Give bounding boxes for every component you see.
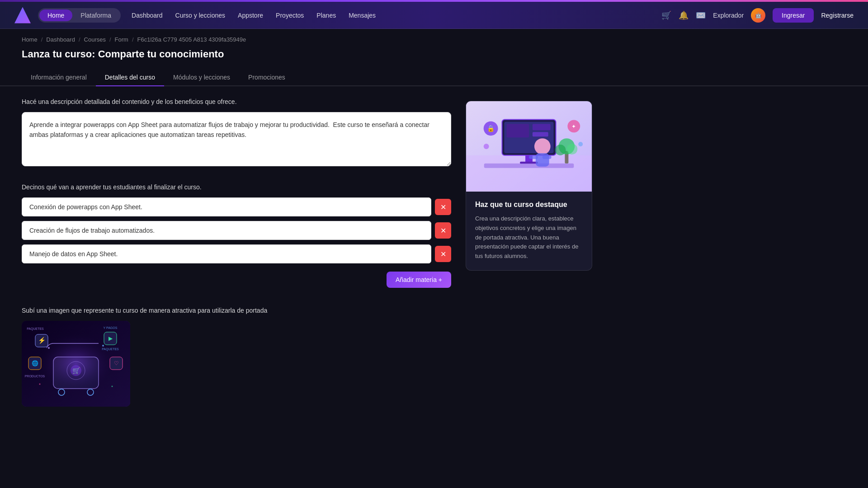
svg-rect-34	[484, 164, 574, 168]
sep2: /	[79, 36, 80, 43]
learning-item-row-1: ✕	[22, 221, 451, 240]
description-label: Hacé una descripción detallada del conte…	[22, 97, 451, 107]
breadcrumb-id: F6c1l26a C779 4505 A813 4309fa35949e	[137, 36, 246, 43]
remove-btn-0[interactable]: ✕	[435, 199, 451, 215]
navbar: Home Plataforma Dashboard Curso y leccio…	[0, 2, 868, 29]
nav-appstore[interactable]: Appstore	[238, 12, 263, 19]
image-label: Subí una imagen que represente tu curso …	[22, 306, 451, 315]
breadcrumb: Home / Dashboard / Courses / Form / F6c1…	[0, 29, 868, 47]
svg-point-48	[578, 142, 583, 146]
remove-btn-1[interactable]: ✕	[435, 222, 451, 239]
svg-text:🔒: 🔒	[487, 125, 495, 132]
breadcrumb-courses[interactable]: Courses	[84, 36, 106, 43]
tabs: Información general Detalles del curso M…	[0, 69, 868, 86]
explorador-link[interactable]: Explorador	[713, 12, 744, 19]
remove-btn-2[interactable]: ✕	[435, 246, 451, 262]
learning-item-row-2: ✕	[22, 244, 451, 263]
breadcrumb-form[interactable]: Form	[115, 36, 128, 43]
learning-input-1[interactable]	[22, 221, 431, 240]
svg-point-22	[102, 345, 104, 347]
ingresar-button[interactable]: Ingresar	[773, 8, 814, 23]
svg-rect-31	[533, 132, 548, 136]
svg-point-23	[39, 384, 41, 385]
svg-rect-37	[529, 155, 538, 159]
user-avatar[interactable]: 🤖	[751, 8, 765, 23]
add-btn-row: Añadir materia +	[22, 268, 451, 288]
svg-point-47	[484, 144, 489, 149]
tab-detalles-curso[interactable]: Detalles del curso	[96, 69, 164, 86]
nav-pills: Home Plataforma	[38, 8, 121, 23]
learning-section: Decinos qué van a aprender tus estudiant…	[22, 183, 451, 288]
svg-text:✦: ✦	[571, 123, 576, 130]
svg-text:PRODUCTOS: PRODUCTOS	[25, 375, 45, 378]
info-card: 🔒 ✦ Haz que tu curso destaque Crea una d…	[466, 101, 592, 271]
info-card-text: Crea una descripción clara, establece ob…	[475, 214, 583, 261]
svg-text:▶: ▶	[108, 335, 113, 342]
learning-input-0[interactable]	[22, 197, 431, 216]
sep4: /	[132, 36, 134, 43]
nav-links: Dashboard Curso y lecciones Appstore Pro…	[132, 12, 661, 19]
main-content: Hacé una descripción detallada del conte…	[0, 97, 868, 407]
nav-curso[interactable]: Curso y lecciones	[175, 12, 226, 19]
svg-text:♡: ♡	[114, 360, 119, 366]
svg-text:🌐: 🌐	[32, 360, 38, 366]
left-panel: Hacé una descripción detallada del conte…	[22, 97, 451, 407]
tab-promociones[interactable]: Promociones	[239, 69, 294, 86]
nav-dashboard[interactable]: Dashboard	[132, 12, 163, 19]
nav-proyectos[interactable]: Proyectos	[276, 12, 304, 19]
registrarse-button[interactable]: Registrarse	[821, 12, 854, 19]
svg-text:Y PAGOS: Y PAGOS	[104, 326, 118, 329]
learning-item-row-0: ✕	[22, 197, 451, 216]
svg-point-24	[112, 386, 113, 387]
breadcrumb-dashboard[interactable]: Dashboard	[46, 36, 75, 43]
svg-text:PAQUETES: PAQUETES	[102, 347, 119, 351]
mail-icon[interactable]: ✉️	[696, 10, 706, 20]
sep1: /	[41, 36, 43, 43]
learning-input-2[interactable]	[22, 244, 431, 263]
sep3: /	[109, 36, 111, 43]
info-card-image: 🔒 ✦	[466, 101, 592, 192]
info-card-body: Haz que tu curso destaque Crea una descr…	[466, 192, 592, 270]
breadcrumb-home[interactable]: Home	[22, 36, 38, 43]
nav-right: 🛒 🔔 ✉️ Explorador 🤖 Ingresar Registrarse	[661, 8, 854, 23]
svg-text:PAQUETES: PAQUETES	[27, 327, 44, 331]
svg-point-42	[566, 144, 577, 155]
right-panel: 🔒 ✦ Haz que tu curso destaque Crea una d…	[466, 97, 592, 407]
image-section: Subí una imagen que represente tu curso …	[22, 306, 451, 407]
info-card-title: Haz que tu curso destaque	[475, 201, 583, 209]
tab-modulos-lecciones[interactable]: Módulos y lecciones	[164, 69, 239, 86]
nav-pill-plataforma[interactable]: Plataforma	[72, 9, 119, 21]
add-materia-button[interactable]: Añadir materia +	[387, 272, 451, 288]
svg-text:🛒: 🛒	[72, 367, 80, 375]
bell-icon[interactable]: 🔔	[679, 10, 689, 20]
description-textarea[interactable]: Aprende a integrar powerapps con App She…	[22, 112, 451, 166]
svg-rect-30	[533, 124, 551, 130]
cart-icon[interactable]: 🛒	[661, 10, 671, 20]
tab-informacion-general[interactable]: Información general	[22, 69, 96, 86]
description-section: Hacé una descripción detallada del conte…	[22, 97, 451, 168]
learning-label: Decinos qué van a aprender tus estudiant…	[22, 183, 451, 192]
svg-rect-29	[506, 124, 529, 137]
svg-text:⚡: ⚡	[38, 337, 46, 344]
nav-planes[interactable]: Planes	[316, 12, 336, 19]
svg-rect-36	[536, 153, 549, 167]
nav-mensajes[interactable]: Mensajes	[349, 12, 376, 19]
course-image-preview[interactable]: ⚡ ▶ 🌐 ♡ PAQUETES Y PAGOS PAQUETES PRODUC…	[22, 321, 130, 407]
svg-point-35	[534, 138, 551, 155]
logo-icon[interactable]	[14, 7, 31, 23]
svg-point-21	[48, 347, 50, 349]
nav-pill-home[interactable]: Home	[39, 9, 72, 21]
page-title: Lanza tu curso: Comparte tu conocimiento	[0, 47, 868, 69]
svg-rect-38	[542, 155, 552, 159]
svg-point-41	[555, 145, 566, 155]
